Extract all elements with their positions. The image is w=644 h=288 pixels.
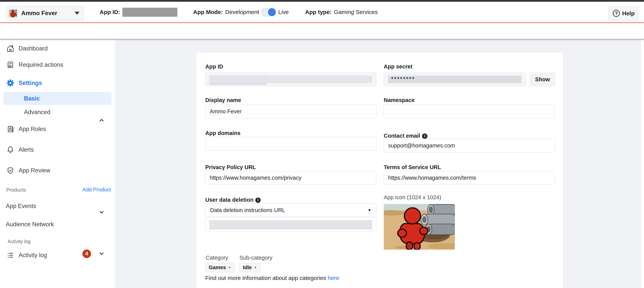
contact-email-label-text: Contact email — [384, 133, 420, 139]
sidebar-subitem-advanced[interactable]: Advanced — [24, 109, 50, 116]
shield-check-icon — [6, 166, 14, 174]
sidebar-item-label: App Events — [6, 203, 36, 210]
app-type-label: App type: — [305, 9, 332, 15]
question-circle-icon: ? — [613, 10, 620, 17]
app-domains-field-label: App domains — [205, 130, 240, 136]
app-mode-group: App Mode: Development Live — [193, 2, 289, 22]
sidebar-item-app-events[interactable]: App Events — [0, 200, 115, 212]
app-type-group: App type: Gaming Services — [305, 2, 378, 22]
categories-info-text-span: Find out more information about app cate… — [205, 275, 328, 281]
header-accent-divider — [0, 22, 644, 23]
activity-log-section-label: Activity log — [8, 239, 30, 244]
show-app-secret-button[interactable]: Show — [530, 73, 555, 86]
app-mode-development: Development — [225, 9, 259, 15]
app-id-field-label: App ID — [205, 64, 223, 70]
toggle-knob — [268, 8, 276, 16]
chevron-up-icon[interactable] — [98, 116, 106, 124]
sidebar-subitem-label: Advanced — [24, 109, 50, 116]
help-button[interactable]: ? Help — [608, 6, 639, 20]
app-id-input — [205, 73, 376, 86]
app-secret-field-label: App secret — [384, 64, 412, 70]
select-caret-icon: ▼ — [254, 266, 257, 270]
sidebar-item-settings[interactable]: Settings — [0, 77, 115, 89]
sub-category-field-label: Sub-category — [240, 255, 272, 261]
user-data-deletion-label-text: User data deletion — [205, 197, 254, 203]
app-icon-image — [384, 204, 455, 250]
sidebar-item-label: App Roles — [18, 126, 46, 132]
user-data-deletion-field-label: User data deletion i — [205, 197, 261, 203]
app-mode-label: App Mode: — [193, 9, 223, 15]
category-field-label: Category — [206, 255, 228, 261]
contact-email-input[interactable] — [384, 139, 555, 152]
sidebar-item-label: Required actions — [18, 61, 63, 68]
privacy-policy-input[interactable] — [205, 171, 376, 185]
app-id-redaction — [210, 75, 266, 84]
sidebar-item-label: Alerts — [18, 146, 34, 153]
basic-settings-card: App ID App secret •••••••• Show Display … — [196, 52, 564, 288]
sidebar-item-label: Audience Network — [6, 221, 54, 228]
app-thumbnail — [9, 9, 17, 17]
sidebar-item-app-review[interactable]: App Review — [0, 164, 115, 176]
sidebar-item-label: Dashboard — [18, 45, 48, 52]
sidebar: Dashboard Required actions Set — [0, 40, 115, 288]
namespace-input[interactable] — [384, 105, 555, 118]
contact-email-field-label: Contact email i — [384, 133, 428, 139]
sidebar-item-activity-log[interactable]: Activity log — [0, 249, 115, 261]
app-icon-field-label: App icon (1024 x 1024) — [384, 194, 441, 200]
user-data-deletion-select[interactable]: Data deletion instructions URL ▼ — [205, 204, 376, 217]
top-dark-strip — [0, 0, 644, 2]
categories-info-text: Find out more information about app cate… — [205, 275, 339, 281]
category-dropdown[interactable]: Games ▼ — [205, 263, 234, 272]
user-data-deletion-selected-option: Data deletion instructions URL — [210, 207, 285, 214]
display-name-field-label: Display name — [205, 97, 241, 103]
chevron-down-icon — [74, 12, 80, 15]
data-deletion-url-input — [205, 218, 376, 231]
terms-of-service-field-label: Terms of Service URL — [384, 164, 441, 170]
categories-info-link[interactable]: here — [328, 275, 339, 281]
gear-icon — [6, 79, 14, 87]
selected-app-name: Ammo Fever — [21, 10, 74, 17]
sidebar-item-app-roles[interactable]: App Roles — [0, 123, 115, 135]
app-id-group: App ID: — [100, 2, 177, 22]
display-name-input[interactable] — [205, 105, 376, 118]
sidebar-item-label: Settings — [18, 80, 42, 86]
app-id-redacted-value — [122, 8, 177, 16]
app-mode-toggle[interactable] — [262, 8, 276, 16]
content-top-border — [0, 39, 644, 40]
terms-of-service-input[interactable] — [384, 171, 555, 185]
select-caret-icon: ▼ — [228, 266, 231, 270]
app-type-value: Gaming Services — [334, 9, 378, 15]
sidebar-item-dashboard[interactable]: Dashboard — [0, 42, 115, 54]
privacy-policy-field-label: Privacy Policy URL — [205, 164, 256, 170]
help-button-label: Help — [622, 10, 634, 17]
app-selector-dropdown[interactable]: Ammo Fever — [6, 6, 84, 20]
sidebar-subitem-label: Basic — [24, 95, 40, 102]
scrollbar-track[interactable] — [641, 40, 644, 288]
products-section-label: Products — [6, 187, 26, 193]
data-deletion-url-redaction — [210, 220, 372, 228]
app-secret-input: •••••••• — [384, 73, 526, 86]
app-secret-value-bar: •••••••• — [388, 76, 522, 83]
category-selected-value: Games — [209, 264, 226, 270]
app-thumbnail-art — [9, 9, 17, 17]
list-icon — [6, 251, 14, 259]
namespace-field-label: Namespace — [384, 97, 414, 103]
info-icon[interactable]: i — [422, 134, 428, 139]
checklist-icon — [6, 61, 14, 69]
add-product-link[interactable]: Add Product — [82, 187, 111, 193]
select-caret-icon: ▼ — [368, 208, 372, 212]
app-header: Ammo Fever App ID: App Mode: Development… — [0, 2, 644, 22]
sidebar-subitem-basic[interactable]: Basic — [4, 92, 112, 105]
sidebar-item-audience-network[interactable]: Audience Network — [0, 218, 115, 230]
bell-icon — [6, 146, 14, 154]
app-domains-input[interactable] — [205, 137, 376, 150]
sidebar-item-alerts[interactable]: Alerts 4 — [0, 144, 115, 156]
info-icon[interactable]: i — [255, 198, 261, 203]
app-secret-masked-dots: •••••••• — [391, 74, 415, 82]
app-mode-live: Live — [278, 9, 289, 15]
sidebar-item-label: Activity log — [18, 252, 47, 259]
sub-category-dropdown[interactable]: Idle ▼ — [240, 263, 260, 272]
sidebar-item-required-actions[interactable]: Required actions — [0, 59, 115, 71]
app-id-label: App ID: — [100, 9, 120, 15]
id-badge-icon — [6, 125, 14, 133]
